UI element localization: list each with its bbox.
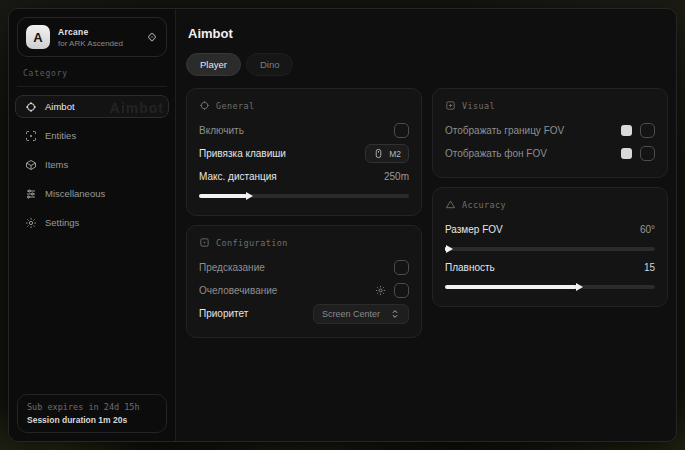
- sidebar-item-miscellaneous[interactable]: Miscellaneous: [15, 182, 169, 205]
- fov-bg-controls: [621, 146, 655, 161]
- humanize-label: Очеловечивание: [199, 285, 277, 296]
- main-panel: Aimbot Player Dino Gener: [176, 9, 677, 441]
- sidebar-nav: Aimbot Aimbot Entities: [15, 95, 169, 234]
- sliders-icon: [25, 188, 37, 200]
- scan-icon: [25, 130, 37, 142]
- fov-border-label: Отображать границу FOV: [445, 125, 564, 136]
- fov-bg-checkbox[interactable]: [640, 146, 655, 161]
- distance-value: 250m: [384, 171, 409, 182]
- smooth-slider-thumb[interactable]: [576, 283, 583, 291]
- sub-expires-text: Sub expires in 24d 15h: [27, 402, 157, 412]
- sidebar-spacer: [15, 234, 169, 392]
- sidebar-divider: [17, 86, 167, 87]
- fov-border-controls: [621, 123, 655, 138]
- distance-label: Макс. дистанция: [199, 171, 277, 182]
- card-accuracy-header: Accuracy: [445, 199, 655, 210]
- humanize-checkbox[interactable]: [394, 283, 409, 298]
- keybind-button[interactable]: M2: [365, 144, 409, 163]
- subscription-box: Sub expires in 24d 15h Session duration …: [17, 394, 167, 433]
- fov-size-value: 60°: [640, 224, 655, 235]
- sidebar-item-label: Miscellaneous: [45, 188, 105, 199]
- sidebar-item-aimbot[interactable]: Aimbot Aimbot: [15, 95, 169, 118]
- distance-slider[interactable]: [199, 194, 409, 198]
- priority-select[interactable]: Screen Center: [313, 304, 409, 324]
- sidebar-item-label: Aimbot: [45, 101, 75, 112]
- card-visual-header: Visual: [445, 100, 655, 111]
- tab-player[interactable]: Player: [186, 53, 241, 76]
- prediction-checkbox[interactable]: [394, 260, 409, 275]
- card-general-header: General: [199, 100, 409, 111]
- row-keybind: Привязка клавиши M2: [199, 143, 409, 164]
- crosshair-icon: [199, 100, 210, 111]
- card-columns: General Включить Привязка клавиши: [186, 88, 668, 338]
- sidebar-item-label: Entities: [45, 130, 76, 141]
- card-header-label: Accuracy: [462, 200, 506, 210]
- fov-bg-color-swatch[interactable]: [621, 148, 632, 159]
- distance-slider-fill: [199, 194, 247, 198]
- card-header-label: General: [216, 101, 255, 111]
- distance-slider-thumb[interactable]: [246, 192, 253, 200]
- image-icon: [445, 100, 456, 111]
- fov-size-slider[interactable]: [445, 247, 655, 251]
- mouse-icon: [373, 148, 384, 159]
- brand-text: Arcane for ARK Ascended: [58, 27, 138, 48]
- app-subtitle: for ARK Ascended: [58, 39, 138, 48]
- card-accuracy: Accuracy Размер FOV 60° Плавность 15: [432, 187, 668, 307]
- card-header-label: Visual: [462, 101, 495, 111]
- package-icon: [25, 159, 37, 171]
- fov-border-color-swatch[interactable]: [621, 125, 632, 136]
- brand-header: A Arcane for ARK Ascended: [17, 17, 167, 57]
- fov-bg-label: Отображать фон FOV: [445, 148, 547, 159]
- row-priority: Приоритет Screen Center: [199, 303, 409, 324]
- target-diamond-icon[interactable]: [146, 31, 158, 43]
- row-humanize: Очеловечивание: [199, 280, 409, 301]
- sidebar-item-entities[interactable]: Entities: [15, 124, 169, 147]
- row-fov-size: Размер FOV 60°: [445, 219, 655, 240]
- priority-select-value: Screen Center: [322, 309, 380, 319]
- tab-dino[interactable]: Dino: [246, 53, 294, 76]
- chevrons-up-down-icon: [390, 309, 400, 319]
- aimbot-ghost-watermark: Aimbot: [110, 99, 164, 115]
- keybind-value: M2: [389, 149, 401, 159]
- sidebar-item-label: Settings: [45, 217, 79, 228]
- prediction-label: Предсказание: [199, 262, 265, 273]
- smooth-slider[interactable]: [445, 285, 655, 289]
- row-smooth: Плавность 15: [445, 257, 655, 278]
- focus-square-icon: [199, 237, 210, 248]
- row-prediction: Предсказание: [199, 257, 409, 278]
- smooth-slider-fill: [445, 285, 577, 289]
- left-column: General Включить Привязка клавиши: [186, 88, 422, 338]
- app-logo: A: [26, 25, 50, 49]
- tab-bar: Player Dino: [186, 53, 668, 76]
- smooth-value: 15: [644, 262, 655, 273]
- card-configuration: Configuration Предсказание Очеловечивани…: [186, 225, 422, 338]
- sidebar: A Arcane for ARK Ascended Category: [9, 9, 176, 441]
- crosshair-icon: [25, 101, 37, 113]
- enable-checkbox[interactable]: [394, 123, 409, 138]
- fov-size-label: Размер FOV: [445, 224, 503, 235]
- card-visual: Visual Отображать границу FOV Отображать…: [432, 88, 668, 178]
- priority-label: Приоритет: [199, 308, 248, 319]
- gear-icon[interactable]: [375, 285, 386, 296]
- humanize-controls: [375, 283, 409, 298]
- row-fov-bg: Отображать фон FOV: [445, 143, 655, 164]
- fov-size-slider-thumb[interactable]: [446, 245, 453, 253]
- card-header-label: Configuration: [216, 238, 288, 248]
- row-distance: Макс. дистанция 250m: [199, 166, 409, 187]
- right-column: Visual Отображать границу FOV Отображать…: [432, 88, 668, 338]
- smooth-label: Плавность: [445, 262, 495, 273]
- session-duration-text: Session duration 1m 20s: [27, 415, 157, 425]
- gear-icon: [25, 217, 37, 229]
- app-window: A Arcane for ARK Ascended Category: [8, 8, 677, 442]
- card-configuration-header: Configuration: [199, 237, 409, 248]
- keybind-label: Привязка клавиши: [199, 148, 286, 159]
- row-fov-border: Отображать границу FOV: [445, 120, 655, 141]
- app-title: Arcane: [58, 27, 138, 37]
- sidebar-item-items[interactable]: Items: [15, 153, 169, 176]
- sidebar-item-settings[interactable]: Settings: [15, 211, 169, 234]
- row-enable: Включить: [199, 120, 409, 141]
- fov-border-checkbox[interactable]: [640, 123, 655, 138]
- enable-label: Включить: [199, 125, 244, 136]
- category-label: Category: [23, 69, 163, 78]
- page-title: Aimbot: [188, 26, 668, 41]
